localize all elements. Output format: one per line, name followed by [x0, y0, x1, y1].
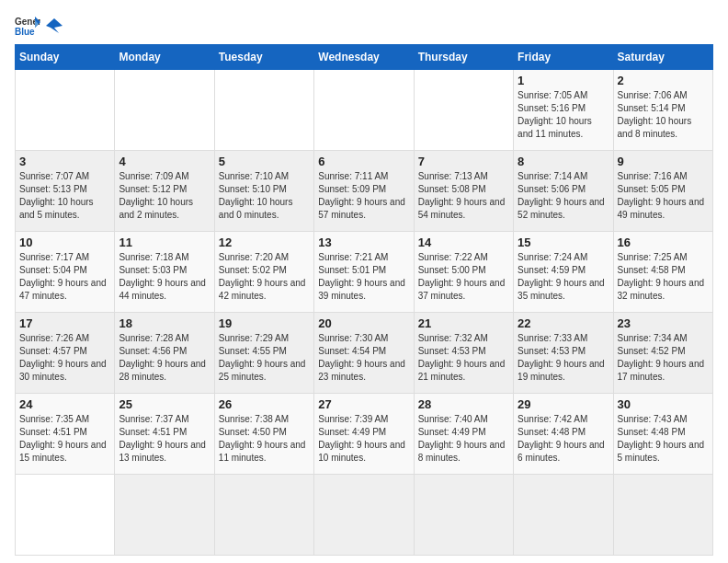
calendar-cell: 30Sunrise: 7:43 AM Sunset: 4:48 PM Dayli…	[613, 394, 712, 475]
calendar-cell: 11Sunrise: 7:18 AM Sunset: 5:03 PM Dayli…	[115, 232, 214, 313]
day-number: 12	[219, 236, 310, 249]
calendar-cell	[414, 70, 513, 151]
logo-bird-icon	[46, 18, 63, 33]
calendar-row: 17Sunrise: 7:26 AM Sunset: 4:57 PM Dayli…	[16, 313, 713, 394]
calendar-cell: 27Sunrise: 7:39 AM Sunset: 4:49 PM Dayli…	[314, 394, 414, 475]
calendar-row: 24Sunrise: 7:35 AM Sunset: 4:51 PM Dayli…	[16, 394, 713, 475]
day-info: Sunrise: 7:24 AM Sunset: 4:59 PM Dayligh…	[518, 251, 609, 303]
day-info: Sunrise: 7:42 AM Sunset: 4:48 PM Dayligh…	[518, 413, 609, 465]
calendar-cell: 19Sunrise: 7:29 AM Sunset: 4:55 PM Dayli…	[214, 313, 313, 394]
calendar-cell	[115, 475, 214, 556]
day-info: Sunrise: 7:13 AM Sunset: 5:08 PM Dayligh…	[418, 170, 509, 222]
day-number: 25	[119, 397, 210, 411]
day-info: Sunrise: 7:20 AM Sunset: 5:02 PM Dayligh…	[219, 251, 310, 303]
day-info: Sunrise: 7:38 AM Sunset: 4:50 PM Dayligh…	[219, 413, 310, 465]
day-number: 22	[518, 316, 609, 330]
day-info: Sunrise: 7:16 AM Sunset: 5:05 PM Dayligh…	[618, 170, 709, 222]
calendar-cell: 13Sunrise: 7:21 AM Sunset: 5:01 PM Dayli…	[314, 232, 414, 313]
day-number: 17	[19, 316, 110, 330]
day-info: Sunrise: 7:10 AM Sunset: 5:10 PM Dayligh…	[219, 170, 310, 222]
day-info: Sunrise: 7:07 AM Sunset: 5:13 PM Dayligh…	[19, 170, 110, 222]
calendar-cell	[613, 475, 712, 556]
day-number: 10	[19, 236, 110, 249]
day-info: Sunrise: 7:34 AM Sunset: 4:52 PM Dayligh…	[618, 332, 709, 384]
calendar-cell: 26Sunrise: 7:38 AM Sunset: 4:50 PM Dayli…	[214, 394, 313, 475]
calendar-cell	[214, 70, 313, 151]
calendar-cell: 7Sunrise: 7:13 AM Sunset: 5:08 PM Daylig…	[414, 151, 513, 232]
logo: General Blue	[15, 15, 63, 37]
day-number: 30	[618, 397, 709, 411]
day-number: 28	[418, 397, 509, 411]
day-info: Sunrise: 7:26 AM Sunset: 4:57 PM Dayligh…	[19, 332, 110, 384]
day-info: Sunrise: 7:43 AM Sunset: 4:48 PM Dayligh…	[618, 413, 709, 465]
calendar-cell: 6Sunrise: 7:11 AM Sunset: 5:09 PM Daylig…	[314, 151, 414, 232]
calendar-body: 1Sunrise: 7:05 AM Sunset: 5:16 PM Daylig…	[16, 70, 713, 556]
day-info: Sunrise: 7:35 AM Sunset: 4:51 PM Dayligh…	[19, 413, 110, 465]
day-number: 2	[618, 74, 709, 87]
calendar-cell: 16Sunrise: 7:25 AM Sunset: 4:58 PM Dayli…	[613, 232, 712, 313]
weekday-header-sunday: Sunday	[16, 45, 115, 70]
day-info: Sunrise: 7:06 AM Sunset: 5:14 PM Dayligh…	[618, 89, 709, 141]
svg-text:Blue: Blue	[15, 27, 35, 37]
day-info: Sunrise: 7:22 AM Sunset: 5:00 PM Dayligh…	[418, 251, 509, 303]
calendar-cell	[16, 475, 115, 556]
weekday-header-saturday: Saturday	[613, 45, 712, 70]
header: General Blue	[15, 15, 713, 37]
calendar-cell: 8Sunrise: 7:14 AM Sunset: 5:06 PM Daylig…	[514, 151, 613, 232]
calendar-cell: 22Sunrise: 7:33 AM Sunset: 4:53 PM Dayli…	[514, 313, 613, 394]
calendar-cell: 20Sunrise: 7:30 AM Sunset: 4:54 PM Dayli…	[314, 313, 414, 394]
day-number: 20	[318, 316, 409, 330]
day-info: Sunrise: 7:18 AM Sunset: 5:03 PM Dayligh…	[119, 251, 210, 303]
calendar-cell: 14Sunrise: 7:22 AM Sunset: 5:00 PM Dayli…	[414, 232, 513, 313]
day-info: Sunrise: 7:32 AM Sunset: 4:53 PM Dayligh…	[418, 332, 509, 384]
calendar-table: SundayMondayTuesdayWednesdayThursdayFrid…	[15, 44, 713, 556]
day-number: 15	[518, 236, 609, 249]
calendar-cell: 1Sunrise: 7:05 AM Sunset: 5:16 PM Daylig…	[514, 70, 613, 151]
day-number: 16	[618, 236, 709, 249]
calendar-cell: 29Sunrise: 7:42 AM Sunset: 4:48 PM Dayli…	[514, 394, 613, 475]
weekday-header-thursday: Thursday	[414, 45, 513, 70]
day-info: Sunrise: 7:37 AM Sunset: 4:51 PM Dayligh…	[119, 413, 210, 465]
day-number: 3	[19, 155, 110, 168]
calendar-cell	[314, 475, 414, 556]
day-number: 26	[219, 397, 310, 411]
calendar-cell: 23Sunrise: 7:34 AM Sunset: 4:52 PM Dayli…	[613, 313, 712, 394]
calendar-cell: 21Sunrise: 7:32 AM Sunset: 4:53 PM Dayli…	[414, 313, 513, 394]
calendar-cell: 10Sunrise: 7:17 AM Sunset: 5:04 PM Dayli…	[16, 232, 115, 313]
calendar-cell	[16, 70, 115, 151]
day-number: 7	[418, 155, 509, 168]
calendar-row: 3Sunrise: 7:07 AM Sunset: 5:13 PM Daylig…	[16, 151, 713, 232]
day-info: Sunrise: 7:21 AM Sunset: 5:01 PM Dayligh…	[318, 251, 409, 303]
calendar-cell: 12Sunrise: 7:20 AM Sunset: 5:02 PM Dayli…	[214, 232, 313, 313]
calendar-cell: 18Sunrise: 7:28 AM Sunset: 4:56 PM Dayli…	[115, 313, 214, 394]
calendar-cell	[514, 475, 613, 556]
day-info: Sunrise: 7:25 AM Sunset: 4:58 PM Dayligh…	[618, 251, 709, 303]
day-info: Sunrise: 7:14 AM Sunset: 5:06 PM Dayligh…	[518, 170, 609, 222]
calendar-cell: 28Sunrise: 7:40 AM Sunset: 4:49 PM Dayli…	[414, 394, 513, 475]
weekday-header-friday: Friday	[514, 45, 613, 70]
calendar-row: 1Sunrise: 7:05 AM Sunset: 5:16 PM Daylig…	[16, 70, 713, 151]
day-number: 13	[318, 236, 409, 249]
calendar-cell: 2Sunrise: 7:06 AM Sunset: 5:14 PM Daylig…	[613, 70, 712, 151]
weekday-header-wednesday: Wednesday	[314, 45, 414, 70]
day-number: 5	[219, 155, 310, 168]
calendar-cell: 15Sunrise: 7:24 AM Sunset: 4:59 PM Dayli…	[514, 232, 613, 313]
day-number: 19	[219, 316, 310, 330]
day-number: 1	[518, 74, 609, 87]
day-number: 4	[119, 155, 210, 168]
day-number: 18	[119, 316, 210, 330]
day-number: 21	[418, 316, 509, 330]
calendar-cell: 17Sunrise: 7:26 AM Sunset: 4:57 PM Dayli…	[16, 313, 115, 394]
day-number: 14	[418, 236, 509, 249]
day-number: 29	[518, 397, 609, 411]
calendar-cell	[414, 475, 513, 556]
calendar-row	[16, 475, 713, 556]
day-info: Sunrise: 7:30 AM Sunset: 4:54 PM Dayligh…	[318, 332, 409, 384]
day-number: 24	[19, 397, 110, 411]
day-number: 9	[618, 155, 709, 168]
weekday-header-tuesday: Tuesday	[214, 45, 313, 70]
weekday-header-row: SundayMondayTuesdayWednesdayThursdayFrid…	[16, 45, 713, 70]
calendar-cell: 9Sunrise: 7:16 AM Sunset: 5:05 PM Daylig…	[613, 151, 712, 232]
calendar-cell	[115, 70, 214, 151]
calendar-row: 10Sunrise: 7:17 AM Sunset: 5:04 PM Dayli…	[16, 232, 713, 313]
